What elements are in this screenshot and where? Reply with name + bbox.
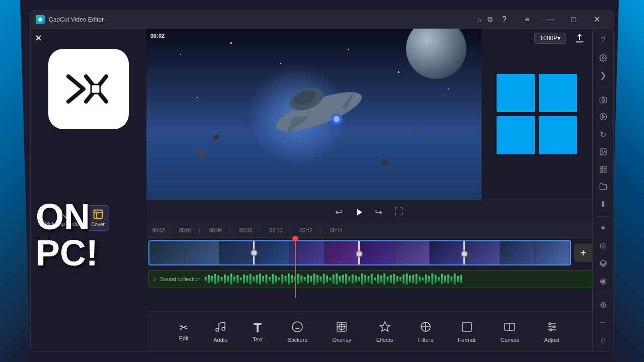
star	[448, 88, 449, 89]
svg-rect-13	[205, 277, 207, 281]
thumbnail-strip[interactable]	[148, 240, 571, 265]
sidebar-camera[interactable]	[595, 92, 611, 107]
svg-rect-51	[326, 276, 328, 283]
toolbar-canvas[interactable]: Canvas	[496, 318, 524, 346]
adjust-icon	[546, 321, 558, 335]
sidebar-divider	[596, 87, 611, 87]
sidebar-divider-2	[596, 216, 611, 217]
svg-rect-62	[361, 274, 363, 285]
sidebar-settings[interactable]	[595, 50, 611, 66]
stickers-icon	[291, 321, 303, 335]
capcut-logo-svg	[58, 66, 119, 112]
svg-rect-55	[339, 276, 341, 282]
menu-btn[interactable]: ≡	[516, 11, 539, 29]
ruler-mark-6: 00:06	[199, 228, 229, 233]
sidebar-folder[interactable]	[595, 179, 611, 195]
quality-selector[interactable]: 1080P▾	[534, 33, 566, 44]
thumb-frame	[185, 241, 220, 264]
edit-label: Edit	[179, 335, 189, 341]
svg-point-114	[553, 326, 555, 328]
svg-rect-124	[604, 166, 606, 169]
adjust-label: Adjust	[544, 337, 560, 343]
thumb-frame	[219, 241, 255, 264]
asteroid	[415, 127, 420, 131]
sidebar-import[interactable]: ⬇	[595, 197, 611, 212]
playback-controls: ↩ ↪ ⛶	[146, 200, 592, 224]
canvas-icon	[504, 321, 516, 335]
toolbar-filters[interactable]: Filters	[413, 318, 438, 346]
star	[398, 71, 399, 73]
sidebar-layers[interactable]	[595, 255, 611, 271]
toolbar-effects[interactable]: Effects	[371, 318, 398, 346]
svg-rect-77	[409, 276, 411, 283]
svg-rect-15	[211, 276, 213, 282]
export-btn[interactable]	[574, 33, 585, 46]
text-icon: T	[254, 321, 262, 334]
app-title: CapCut Video Editor	[49, 16, 477, 23]
star	[180, 54, 181, 55]
thumb-frame	[360, 241, 395, 264]
win-tile-1	[497, 74, 535, 112]
sidebar-location[interactable]: ◎	[595, 238, 611, 253]
svg-rect-38	[284, 276, 286, 282]
video-track[interactable]: +	[148, 238, 592, 268]
svg-rect-49	[319, 277, 321, 282]
toolbar-adjust[interactable]: Adjust	[539, 318, 565, 346]
svg-rect-75	[403, 275, 405, 284]
svg-rect-40	[291, 275, 293, 283]
svg-rect-30	[259, 274, 261, 285]
audio-track[interactable]: ♪ Sound collection	[148, 270, 592, 288]
video-timestamp: 00:02	[150, 33, 165, 39]
add-clip-btn[interactable]: +	[574, 244, 592, 262]
copy-nav-icon[interactable]: ⧉	[488, 15, 493, 24]
sidebar-back[interactable]: ←	[595, 314, 611, 330]
toolbar-edit[interactable]: ✂ Edit	[174, 319, 194, 344]
toolbar-overlay[interactable]: Overlay	[327, 318, 356, 346]
thumb-frame	[255, 241, 290, 264]
sidebar-home[interactable]: ⌂	[595, 332, 611, 347]
maximize-btn[interactable]: □	[562, 11, 585, 29]
sidebar-settings-gear[interactable]: ⚙	[595, 297, 611, 313]
svg-rect-27	[250, 274, 252, 284]
undo-btn[interactable]: ↩	[335, 207, 343, 218]
play-btn[interactable]	[351, 204, 367, 220]
sidebar-play-circle[interactable]	[595, 109, 611, 125]
sidebar-eye[interactable]: ◉	[595, 273, 611, 289]
sidebar-refresh[interactable]: ↻	[595, 127, 611, 142]
toolbar-text[interactable]: T Text	[248, 318, 268, 345]
fullscreen-btn[interactable]: ⛶	[394, 207, 404, 217]
planet	[406, 29, 466, 79]
audio-track-label: Sound collection	[160, 276, 201, 282]
svg-rect-63	[364, 275, 366, 283]
sidebar-arrow-right[interactable]: ❯	[595, 68, 611, 83]
minimize-btn[interactable]: —	[539, 11, 562, 29]
title-bar: CapCut Video Editor ⌂ ⧉ ? ≡ — □ ✕	[31, 11, 613, 29]
toolbar-stickers[interactable]: Stickers	[283, 318, 312, 346]
svg-rect-20	[227, 276, 229, 282]
svg-rect-16	[214, 274, 216, 284]
toolbar-audio[interactable]: Audio	[208, 318, 232, 346]
close-project-btn[interactable]: ✕	[35, 33, 42, 44]
svg-rect-73	[396, 276, 398, 282]
capcut-logo-small	[36, 15, 45, 24]
on-pc-text: ON PC!	[36, 199, 146, 271]
sidebar-grid[interactable]	[595, 161, 611, 177]
svg-rect-45	[307, 275, 309, 284]
overlay-label: Overlay	[332, 337, 351, 343]
svg-rect-85	[434, 275, 436, 283]
close-btn-titlebar[interactable]: ✕	[585, 11, 608, 29]
home-nav-icon[interactable]: ⌂	[477, 16, 481, 24]
svg-rect-32	[265, 275, 267, 284]
sidebar-image[interactable]	[595, 144, 611, 160]
sidebar-sparkle[interactable]: ✦	[595, 221, 611, 236]
help-btn[interactable]: ?	[493, 11, 516, 29]
svg-rect-53	[332, 275, 334, 284]
toolbar-format[interactable]: Format	[453, 318, 480, 346]
svg-rect-43	[300, 276, 302, 283]
sidebar-help[interactable]: ?	[595, 33, 611, 48]
svg-rect-93	[460, 275, 462, 283]
asteroid	[213, 134, 220, 141]
svg-rect-125	[600, 170, 603, 172]
redo-btn[interactable]: ↪	[375, 207, 382, 218]
svg-point-95	[222, 327, 225, 330]
